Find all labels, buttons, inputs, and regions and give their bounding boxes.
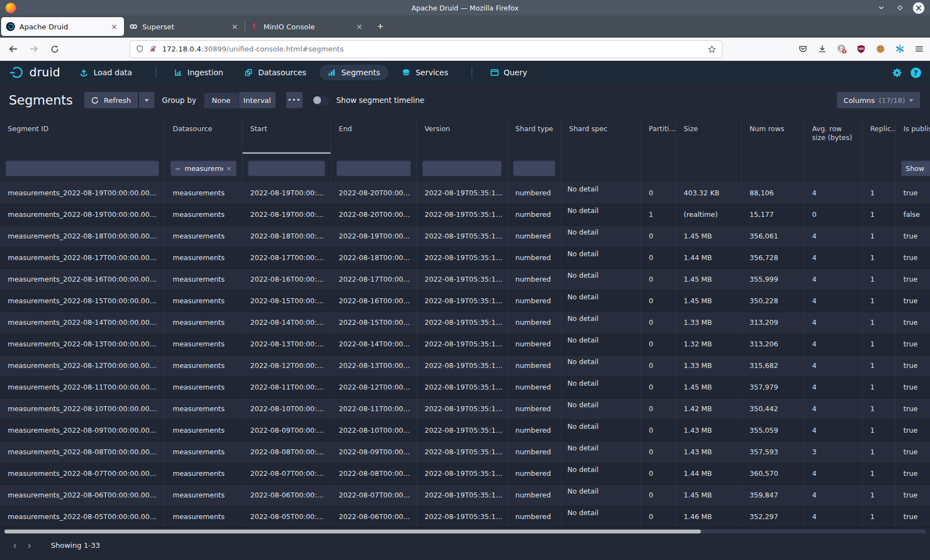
table-row[interactable]: measurements_2022-08-06T00:00:00.000Z...… (0, 485, 930, 506)
column-header-avg-row-size[interactable]: Avg. row size (bytes) (804, 116, 862, 154)
table-row[interactable]: measurements_2022-08-12T00:00:00.000Z...… (0, 355, 930, 377)
tab-close-icon[interactable]: × (109, 22, 119, 31)
cell-size: 1.45 MB (676, 377, 742, 398)
url-bar[interactable]: 172.18.0.4:30899/unified-console.html#se… (130, 40, 722, 58)
filter-input-is-published[interactable] (901, 160, 930, 176)
column-header-num-rows[interactable]: Num rows (742, 116, 804, 154)
column-header-end[interactable]: End (331, 116, 417, 154)
group-by-none-button[interactable]: None (204, 92, 239, 108)
tab-close-icon[interactable]: × (230, 22, 240, 31)
more-options-button[interactable]: ••• (286, 92, 303, 108)
settings-gear-icon[interactable] (892, 68, 902, 78)
column-header-datasource[interactable]: Datasource (165, 116, 242, 154)
cell-is-published: true (896, 485, 930, 506)
next-page-button[interactable]: › (22, 538, 37, 552)
cookie-icon[interactable] (875, 44, 886, 55)
filter-input-end[interactable] (337, 160, 411, 176)
tab-superset[interactable]: Superset× (124, 17, 245, 36)
filter-tag-datasource[interactable]: =measureme× (170, 160, 236, 176)
pocket-icon[interactable] (797, 44, 808, 55)
insecure-lock-icon[interactable] (149, 45, 157, 53)
window-maximize-icon[interactable] (894, 2, 906, 14)
window-close-icon[interactable] (913, 2, 924, 14)
ublock-icon[interactable]: UO (855, 44, 866, 55)
table-row[interactable]: measurements_2022-08-10T00:00:00.000Z...… (0, 398, 930, 420)
table-row[interactable]: measurements_2022-08-08T00:00:00.000Z...… (0, 442, 930, 463)
nav-item-ingestion[interactable]: Ingestion (166, 65, 231, 80)
page-title: Segments (9, 93, 73, 107)
refresh-dropdown-button[interactable] (139, 92, 154, 108)
column-header-segment-id[interactable]: Segment ID (0, 116, 165, 154)
column-header-partition[interactable]: Partiti... (641, 116, 676, 154)
extension-asterisk-icon[interactable] (894, 44, 905, 55)
window-titlebar[interactable]: Apache Druid — Mozilla Firefox (0, 0, 930, 15)
bookmark-star-icon[interactable] (707, 45, 716, 54)
tracking-shield-icon[interactable] (136, 45, 144, 53)
nav-item-segments[interactable]: Segments (319, 65, 388, 80)
group-by-interval-button[interactable]: Interval (239, 92, 276, 108)
column-header-replication[interactable]: Replic... (862, 116, 896, 154)
cell-size: 1.33 MB (676, 312, 742, 334)
cell-avg-row-size: 4 (804, 183, 862, 204)
nav-item-services[interactable]: Services (394, 65, 456, 81)
nav-divider (472, 67, 472, 78)
filter-input-version[interactable] (422, 160, 502, 176)
window-minimize-icon[interactable] (875, 2, 887, 14)
cell-size: 1.43 MB (676, 442, 742, 463)
cell-replication: 1 (862, 183, 896, 204)
nav-item-datasources[interactable]: Datasources (236, 65, 314, 80)
table-row[interactable]: measurements_2022-08-09T00:00:00.000Z...… (0, 420, 930, 442)
tab-close-icon[interactable]: × (354, 22, 364, 31)
refresh-button[interactable]: Refresh (84, 92, 137, 108)
table-row[interactable]: measurements_2022-08-18T00:00:00.000Z...… (0, 226, 930, 247)
column-header-is-published[interactable]: Is published (896, 116, 930, 154)
columns-button[interactable]: Columns(17/18) (837, 92, 920, 108)
cell-start: 2022-08-19T00:00:00.0... (242, 204, 331, 226)
filter-input-shard-type[interactable] (513, 160, 555, 176)
help-icon[interactable]: ? (911, 68, 921, 78)
cell-replication: 1 (862, 377, 896, 398)
segment-timeline-toggle[interactable] (312, 95, 330, 105)
nav-item-query[interactable]: Query (482, 65, 535, 80)
table-row[interactable]: measurements_2022-08-13T00:00:00.000Z...… (0, 334, 930, 355)
back-icon[interactable] (4, 41, 21, 58)
tab-minio-console[interactable]: MinIO Console× (245, 17, 369, 36)
filter-input-start[interactable] (248, 160, 325, 176)
new-tab-button[interactable]: + (371, 17, 389, 36)
menu-hamburger-icon[interactable] (913, 44, 924, 55)
forward-icon[interactable] (25, 41, 42, 58)
table-row[interactable]: measurements_2022-08-05T00:00:00.000Z...… (0, 506, 930, 528)
cell-is-published: true (896, 334, 930, 355)
table-row[interactable]: measurements_2022-08-19T00:00:00.000Z...… (0, 183, 930, 204)
table-row[interactable]: measurements_2022-08-15T00:00:00.000Z...… (0, 291, 930, 312)
downloads-icon[interactable] (817, 44, 828, 55)
cell-shard-spec: No detail (561, 183, 641, 204)
window-title: Apache Druid — Mozilla Firefox (0, 4, 930, 12)
table-row[interactable]: measurements_2022-08-07T00:00:00.000Z...… (0, 463, 930, 485)
scrollbar-thumb[interactable] (4, 530, 701, 533)
cell-start: 2022-08-10T00:00:00.0... (242, 398, 331, 420)
table-row[interactable]: measurements_2022-08-14T00:00:00.000Z...… (0, 312, 930, 334)
filter-remove-icon[interactable]: × (226, 164, 232, 173)
table-row[interactable]: measurements_2022-08-11T00:00:00.000Z...… (0, 377, 930, 398)
table-row[interactable]: measurements_2022-08-16T00:00:00.000Z...… (0, 269, 930, 291)
extension-disabled-icon[interactable] (836, 44, 847, 55)
cell-num-rows: 360,570 (742, 463, 804, 485)
table-row[interactable]: measurements_2022-08-17T00:00:00.000Z...… (0, 247, 930, 269)
column-header-size[interactable]: Size (676, 116, 742, 154)
filter-input-segment-id[interactable] (6, 160, 159, 176)
prev-page-button[interactable]: ‹ (8, 538, 22, 552)
druid-logo[interactable]: druid (9, 64, 60, 81)
column-header-shard-type[interactable]: Shard type (508, 116, 561, 154)
nav-item-load-data[interactable]: Load data (71, 65, 140, 81)
column-header-version[interactable]: Version (417, 116, 508, 154)
tab-apache-druid[interactable]: Apache Druid× (1, 17, 124, 36)
column-header-start[interactable]: Start (242, 116, 331, 154)
cell-shard-type: numbered (508, 377, 561, 398)
cell-is-published: true (896, 247, 930, 269)
reload-icon[interactable] (46, 41, 63, 58)
cell-is-published: true (896, 269, 930, 291)
column-header-shard-spec[interactable]: Shard spec (561, 116, 641, 154)
pagination-status: Showing 1-33 (51, 541, 100, 549)
table-row[interactable]: measurements_2022-08-19T00:00:00.000Z...… (0, 204, 930, 226)
